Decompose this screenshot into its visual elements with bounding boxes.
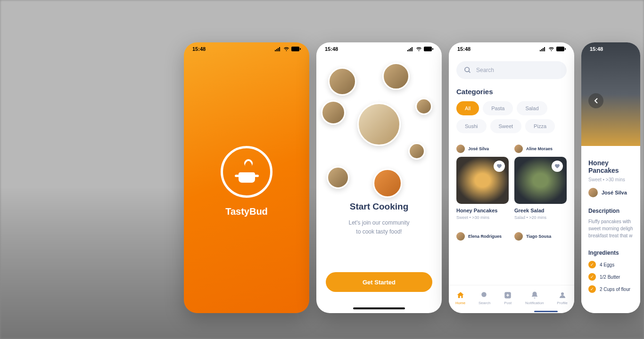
recipe-author[interactable]: José Silva: [588, 188, 633, 197]
ingredient-item: ✓ 1/2 Butter: [588, 273, 633, 281]
svg-rect-7: [409, 49, 410, 51]
bell-icon: [530, 291, 539, 299]
recipe-card[interactable]: Aline Moraes Greek Salad Salad • >20 min…: [514, 145, 567, 220]
status-icons: [407, 47, 433, 51]
svg-rect-5: [300, 48, 301, 50]
food-bubble: [408, 143, 425, 160]
signal-icon: [407, 47, 414, 51]
pot-icon: [234, 159, 260, 185]
status-icons: [540, 47, 566, 51]
svg-rect-9: [412, 47, 413, 51]
svg-rect-4: [291, 47, 299, 51]
recipe-meta: Sweet • >30 mins: [588, 177, 633, 182]
back-button[interactable]: [588, 93, 603, 108]
svg-rect-6: [407, 50, 408, 51]
favorite-button[interactable]: [552, 161, 563, 172]
app-name: TastyBud: [225, 206, 268, 217]
favorite-button[interactable]: [494, 161, 505, 172]
food-bubble: [415, 98, 432, 115]
recipe-grid: José Silva Honey Pancakes Sweet • >30 mi…: [449, 133, 574, 244]
recipe-author[interactable]: Elena Rodrigues: [456, 232, 509, 241]
recipe-author[interactable]: Tiago Sousa: [514, 232, 567, 241]
status-time: 15:48: [325, 46, 338, 52]
food-bubble: [327, 166, 349, 189]
status-time: 15:48: [590, 46, 603, 52]
food-bubble: [328, 67, 356, 96]
description-title: Description: [588, 208, 633, 214]
phone-screens-row: 15:48 TastyBud 15:48 Star: [184, 42, 640, 313]
recipe-author[interactable]: José Silva: [456, 145, 509, 153]
ingredient-item: ✓ 2 Cups of flour: [588, 285, 633, 293]
ingredients-title: Ingredients: [588, 250, 633, 256]
status-bar: 15:48: [449, 42, 574, 56]
svg-rect-13: [541, 49, 542, 51]
get-started-button[interactable]: Get Started: [326, 272, 432, 292]
home-icon: [456, 291, 465, 299]
recipe-card[interactable]: Tiago Sousa: [514, 232, 567, 244]
chip-salad[interactable]: Salad: [517, 101, 547, 115]
search-icon: [480, 291, 489, 299]
home-indicator[interactable]: [353, 307, 405, 309]
svg-point-20: [481, 292, 487, 297]
svg-rect-2: [278, 48, 279, 51]
recipe-meta: Salad • >20 mins: [514, 215, 567, 220]
status-bar: 15:48: [581, 42, 640, 56]
chip-sushi[interactable]: Sushi: [456, 119, 487, 133]
battery-icon: [424, 47, 433, 51]
svg-rect-16: [556, 47, 564, 51]
nav-home[interactable]: Home: [455, 291, 465, 305]
search-icon: [464, 66, 471, 74]
signal-icon: [540, 47, 546, 51]
detail-sheet: Honey Pancakes Sweet • >30 mins José Sil…: [581, 151, 640, 313]
food-bubble: [382, 63, 410, 90]
description-text: Fluffy pancakes with sweet morning delig…: [588, 218, 633, 239]
svg-rect-3: [279, 47, 280, 51]
recipe-image[interactable]: [514, 157, 567, 204]
app-logo: [221, 146, 272, 198]
svg-point-18: [465, 67, 469, 72]
recipe-author[interactable]: Aline Moraes: [514, 145, 567, 153]
nav-notification[interactable]: Notification: [525, 291, 544, 305]
avatar: [456, 232, 465, 241]
bottom-nav: Home Search Post Notification Profile: [449, 285, 574, 313]
status-time: 15:48: [457, 46, 471, 52]
nav-profile[interactable]: Profile: [557, 291, 568, 305]
recipe-image[interactable]: [456, 157, 509, 204]
onboarding-text: Start Cooking Let's join our community t…: [316, 202, 442, 236]
recipe-card[interactable]: José Silva Honey Pancakes Sweet • >30 mi…: [456, 145, 509, 220]
nav-post[interactable]: Post: [504, 291, 512, 305]
status-bar: 15:48: [316, 42, 442, 56]
categories-title: Categories: [456, 88, 567, 96]
chip-sweet[interactable]: Sweet: [490, 119, 522, 133]
svg-rect-12: [540, 50, 541, 51]
wifi-icon: [283, 47, 289, 51]
chip-all[interactable]: All: [456, 101, 479, 115]
svg-rect-8: [410, 48, 411, 51]
recipe-detail-screen: 15:48 Honey Pancakes Sweet • >30 mins Jo…: [581, 42, 640, 313]
food-bubble: [321, 100, 346, 125]
svg-rect-1: [276, 49, 277, 51]
onboarding-subtitle: Let's join our community to cook tasty f…: [330, 218, 428, 236]
signal-icon: [275, 47, 281, 51]
plus-icon: [504, 291, 512, 299]
search-placeholder: Search: [476, 67, 494, 73]
wifi-icon: [548, 47, 554, 51]
recipe-meta: Sweet • >30 mins: [456, 215, 509, 220]
recipe-card[interactable]: Elena Rodrigues: [456, 232, 509, 244]
search-input[interactable]: Search: [456, 61, 567, 79]
status-bar: 15:48: [184, 42, 309, 56]
svg-rect-0: [275, 50, 276, 51]
svg-rect-17: [565, 48, 566, 50]
avatar: [456, 145, 465, 153]
food-bubbles: [316, 60, 442, 202]
chip-pizza[interactable]: Pizza: [525, 119, 555, 133]
avatar: [588, 188, 598, 197]
wifi-icon: [416, 47, 422, 51]
recipe-name: Greek Salad: [514, 208, 567, 213]
chip-pasta[interactable]: Pasta: [483, 101, 513, 115]
ingredient-item: ✓ 4 Eggs: [588, 261, 633, 268]
nav-search[interactable]: Search: [479, 291, 490, 305]
recipe-title: Honey Pancakes: [588, 159, 633, 174]
food-bubble: [357, 103, 401, 146]
category-chips: All Pasta Salad Sushi Sweet Pizza: [449, 101, 574, 133]
